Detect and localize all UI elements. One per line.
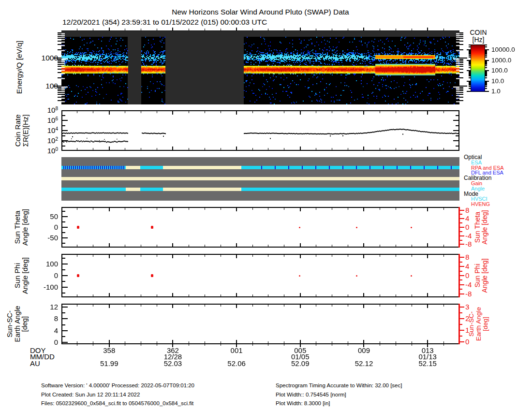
x-minor-tick [332,245,332,247]
colorbar-tick-label: 1.0 [491,88,501,95]
colorbar-minor-tick [469,67,471,68]
sun-theta-ylabel: Sun Theta Angle [deg] [14,209,29,246]
x-major-tick [300,208,301,211]
optical-event-tick [110,166,111,169]
colorbar-minor-tick [485,54,487,55]
ytick-label: 12 [28,303,58,311]
x-minor-tick [77,255,77,257]
x-minor-tick [396,148,396,150]
y-minor-tick [62,269,65,270]
colorbar-minor-tick [469,85,471,86]
y-major-tick [62,130,68,131]
x-minor-tick [268,245,268,247]
footer-software-version: Software Version: ' 4.00000' Processed: … [41,382,194,388]
x-minor-tick [268,148,268,150]
y-minor-tick [459,44,463,45]
coin-ytick-label: 100 [29,147,58,155]
x-minor-tick [412,255,412,257]
x-minor-tick [205,111,205,113]
x-minor-tick [77,344,77,346]
red-y-major-tick [460,218,464,219]
y-minor-tick [459,60,463,61]
colorbar-minor-tick [485,65,487,66]
optical-event-tick [92,166,93,169]
x-minor-tick [348,294,348,296]
x-minor-tick [412,341,412,343]
x-minor-tick [221,305,221,307]
y-minor-tick [58,44,61,45]
red-y-major-tick [460,227,464,228]
optical-event-tick [424,166,425,169]
x-tick-label-au: 52.09 [283,359,317,367]
x-minor-tick [396,294,396,296]
optical-event-tick [67,166,68,169]
x-major-tick [427,340,428,343]
x-minor-tick [412,148,412,150]
x-major-tick [363,147,364,150]
x-minor-tick [93,294,93,296]
colorbar-minor-tick [485,67,487,68]
x-minor-tick [252,29,253,30]
x-major-tick [363,243,364,247]
x-minor-tick [252,344,253,346]
optical-event-tick [104,166,105,169]
y-major-tick [459,86,467,87]
x-minor-tick [380,344,380,346]
x-minor-tick [77,148,77,150]
colorbar-tick-label: 1000.0 [491,57,511,64]
x-minor-tick [412,305,412,307]
x-minor-tick [332,148,332,150]
y-minor-tick [62,211,65,212]
y-major-tick [62,342,68,343]
x-minor-tick [332,208,332,210]
x-minor-tick [412,111,412,113]
red-y-minor-tick [460,271,462,272]
colorbar-major-tick [485,70,489,71]
x-minor-tick [141,255,141,257]
x-minor-tick [141,341,141,343]
footer-timing-accuracy: Spectrogram Timing Accurate to Within: 3… [276,382,402,388]
calibration-bar [61,177,459,180]
y-minor-tick [62,336,65,337]
x-minor-tick [125,148,125,150]
x-minor-tick [348,208,348,210]
x-minor-tick [332,29,332,30]
x-tick-label-au: 52.12 [347,359,381,367]
y-major-tick [453,130,458,131]
colorbar-minor-tick [469,86,471,87]
y-minor-tick [62,281,65,282]
optical-event-tick [275,166,276,169]
x-minor-tick [396,344,396,346]
optical-event-tick [96,166,97,169]
x-major-tick [427,255,428,258]
x-minor-tick [268,344,268,346]
x-minor-tick [205,305,205,307]
red-ytick-label: 0 [465,338,469,346]
y-minor-tick [459,59,463,60]
x-major-tick [427,305,428,308]
x-minor-tick [205,255,205,257]
x-minor-tick [396,111,396,113]
x-major-tick [427,243,428,247]
colorbar-major-tick [467,60,471,61]
y-major-tick [62,307,68,308]
red-y-minor-tick [460,240,462,241]
y-minor-tick [459,36,463,37]
x-minor-tick [268,294,268,296]
colorbar-minor-tick [469,54,471,55]
red-y-minor-tick [460,262,462,263]
y-minor-tick [62,258,65,259]
x-minor-tick [125,305,125,307]
x-minor-tick [157,208,157,210]
y-minor-tick [62,324,65,325]
x-minor-tick [443,344,444,346]
optical-event-tick [112,166,113,169]
red-ytick-label: 2 [465,314,469,323]
x-minor-tick [348,305,348,307]
status-legend: OpticalESARPA and ESADFL and ESACalibrat… [464,155,504,207]
optical-event-tick [94,166,95,169]
xaxis-row-label-au: AU [30,359,40,367]
optical-event-tick [114,166,115,169]
y-major-tick [453,140,458,141]
optical-event-tick [261,166,262,169]
